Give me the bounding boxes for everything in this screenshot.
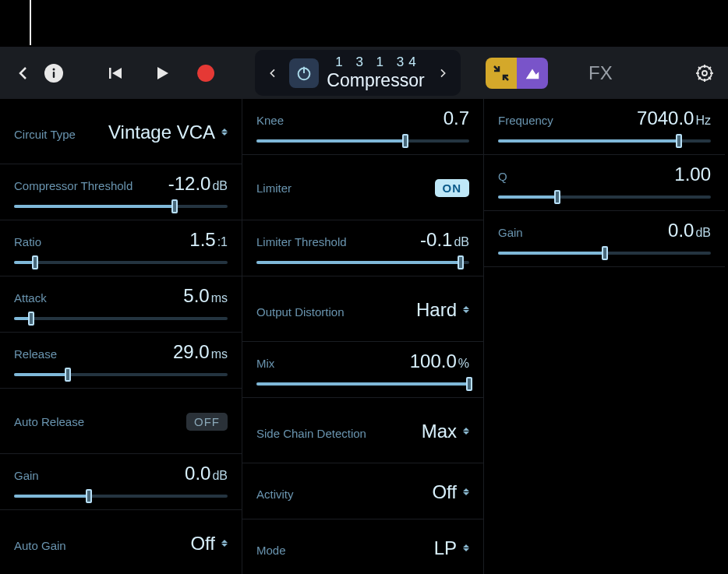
limiter-threshold-param: Limiter Threshold -0.1dB xyxy=(242,220,483,276)
svg-point-0 xyxy=(53,68,55,70)
toolbar: 1 3 1 34 Compressor FX xyxy=(0,47,728,99)
info-icon[interactable] xyxy=(44,64,63,83)
filter-gain-slider[interactable] xyxy=(498,246,711,260)
frequency-label: Frequency xyxy=(498,114,553,127)
svg-marker-7 xyxy=(526,69,539,79)
svg-point-9 xyxy=(702,71,707,76)
frequency-slider[interactable] xyxy=(498,134,711,148)
threshold-label: Compressor Threshold xyxy=(14,179,133,192)
mix-label: Mix xyxy=(256,357,274,370)
svg-marker-3 xyxy=(112,68,122,79)
previous-button[interactable] xyxy=(104,62,127,85)
ratio-label: Ratio xyxy=(14,235,41,248)
ratio-slider[interactable] xyxy=(14,255,228,269)
record-button[interactable] xyxy=(197,65,214,82)
plugin-power-button[interactable] xyxy=(289,58,319,88)
q-label: Q xyxy=(498,170,507,183)
playhead-marker xyxy=(30,0,31,45)
eq-mode-button[interactable] xyxy=(517,58,548,89)
attack-label: Attack xyxy=(14,291,47,305)
mode-label: Mode xyxy=(256,544,286,557)
release-slider[interactable] xyxy=(14,368,228,382)
limiter-threshold-slider[interactable] xyxy=(256,255,469,269)
plugin-selector: 1 3 1 34 Compressor xyxy=(255,50,461,96)
q-slider[interactable] xyxy=(498,190,711,204)
mix-slider[interactable] xyxy=(256,377,469,391)
auto-gain-select[interactable]: Auto Gain Off xyxy=(0,510,242,574)
back-button[interactable] xyxy=(12,62,35,85)
plugin-name: Compressor xyxy=(327,70,424,91)
ratio-param: Ratio 1.5:1 xyxy=(0,220,242,276)
auto-release-toggle[interactable]: Auto Release OFF xyxy=(0,389,242,454)
knee-label: Knee xyxy=(256,114,284,127)
gain-param: Gain 0.0dB xyxy=(0,454,242,510)
limiter-threshold-label: Limiter Threshold xyxy=(256,235,347,248)
plugin-next-button[interactable] xyxy=(433,65,453,81)
compressor-threshold-param: Compressor Threshold -12.0dB xyxy=(0,164,242,220)
q-param: Q 1.00 xyxy=(484,155,725,211)
settings-button[interactable] xyxy=(693,62,716,85)
sidechain-detection-select[interactable]: Side Chain Detection Max xyxy=(242,398,483,463)
fx-label[interactable]: FX xyxy=(588,62,613,84)
circuit-type-label: Circuit Type xyxy=(14,128,76,141)
mix-param: Mix 100.0% xyxy=(242,342,483,398)
mode-select[interactable]: Mode LP xyxy=(242,519,483,574)
activity-select[interactable]: Activity Off xyxy=(242,463,483,519)
svg-marker-4 xyxy=(157,67,168,79)
attack-slider[interactable] xyxy=(14,312,228,326)
filter-gain-param: Gain 0.0dB xyxy=(484,211,725,267)
compare-mode-button[interactable] xyxy=(486,58,517,89)
plugin-index: 1 3 1 34 xyxy=(330,55,420,70)
gain-label: Gain xyxy=(14,469,39,482)
transport-controls xyxy=(104,62,214,85)
filter-gain-label: Gain xyxy=(498,226,523,239)
limiter-label: Limiter xyxy=(256,181,292,195)
threshold-slider[interactable] xyxy=(14,199,228,213)
sidechain-detection-label: Side Chain Detection xyxy=(256,427,366,440)
attack-param: Attack 5.0ms xyxy=(0,276,242,333)
plugin-prev-button[interactable] xyxy=(263,65,283,81)
output-distortion-select[interactable]: Output Distortion Hard xyxy=(242,276,483,342)
release-label: Release xyxy=(14,347,57,361)
auto-gain-label: Auto Gain xyxy=(14,539,66,552)
activity-label: Activity xyxy=(256,488,294,501)
svg-rect-1 xyxy=(53,72,55,78)
output-distortion-label: Output Distortion xyxy=(256,305,345,319)
gain-slider[interactable] xyxy=(14,489,228,503)
knee-param: Knee 0.7 xyxy=(242,99,483,155)
circuit-type-select[interactable]: Circuit Type Vintage VCA xyxy=(0,99,242,164)
auto-release-label: Auto Release xyxy=(14,415,84,428)
view-mode-toggle xyxy=(486,58,548,89)
play-button[interactable] xyxy=(150,62,174,85)
limiter-toggle[interactable]: Limiter ON xyxy=(242,155,483,220)
frequency-param: Frequency 7040.0Hz xyxy=(484,99,725,155)
release-param: Release 29.0ms xyxy=(0,333,242,389)
svg-rect-2 xyxy=(109,68,111,79)
knee-slider[interactable] xyxy=(256,134,469,148)
